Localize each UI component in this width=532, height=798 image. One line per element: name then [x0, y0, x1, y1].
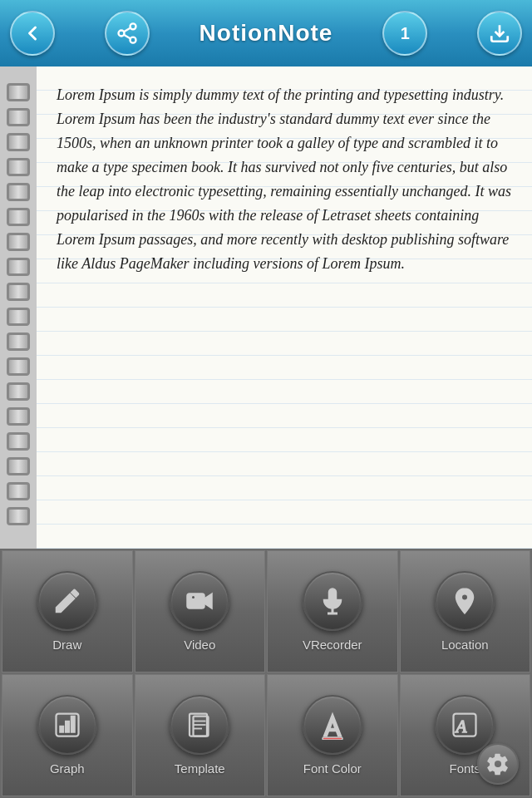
header: NotionNote 1 — [0, 0, 532, 66]
spiral-binding — [0, 66, 37, 549]
spiral-coil — [7, 432, 30, 451]
spiral-coil — [7, 208, 30, 226]
video-label: Video — [184, 638, 215, 652]
badge-button[interactable]: 1 — [382, 11, 427, 56]
svg-rect-6 — [187, 594, 204, 608]
draw-icon — [52, 586, 82, 616]
page-content[interactable]: Lorem Ipsum is simply dummy text of the … — [37, 66, 532, 549]
video-icon — [185, 586, 214, 616]
font-color-icon-circle — [303, 695, 362, 755]
svg-point-8 — [192, 595, 196, 599]
template-label: Template — [175, 761, 225, 776]
spiral-coil — [7, 407, 30, 426]
location-label: Location — [441, 638, 489, 652]
spiral-coil — [7, 183, 30, 201]
settings-icon — [486, 752, 510, 776]
share-button[interactable] — [105, 11, 150, 56]
tool-video[interactable]: Video — [135, 550, 266, 672]
spiral-coil — [7, 258, 30, 276]
fonts-icon: A — [450, 710, 480, 740]
back-button[interactable] — [10, 11, 55, 56]
spiral-coil — [7, 507, 30, 525]
video-icon-circle — [170, 571, 229, 631]
svg-point-1 — [118, 31, 124, 37]
svg-marker-7 — [204, 594, 212, 608]
tool-draw[interactable]: Draw — [2, 550, 133, 672]
spiral-coil — [7, 308, 30, 326]
tool-font-color[interactable]: Font Color — [267, 674, 398, 796]
download-button[interactable] — [477, 11, 522, 56]
location-icon — [450, 586, 480, 616]
font-color-icon — [318, 710, 347, 740]
draw-icon-circle — [37, 571, 97, 631]
svg-text:A: A — [455, 717, 467, 736]
svg-rect-13 — [60, 727, 64, 733]
tool-vrecorder[interactable]: VRecorder — [267, 550, 398, 672]
spiral-coil — [7, 108, 30, 126]
bottom-container: Draw Video VRecorder — [0, 549, 532, 798]
vrecorder-icon — [318, 586, 347, 616]
svg-point-0 — [130, 23, 135, 29]
graph-label: Graph — [50, 761, 85, 776]
spiral-coil — [7, 457, 30, 475]
spiral-coil — [7, 158, 30, 176]
spiral-coil — [7, 332, 30, 351]
draw-label: Draw — [52, 638, 81, 652]
font-color-label: Font Color — [303, 761, 362, 776]
spiral-coil — [7, 283, 30, 301]
spiral-coil — [7, 133, 30, 151]
tool-graph[interactable]: Graph — [2, 674, 133, 796]
settings-button[interactable] — [477, 743, 519, 785]
location-icon-circle — [435, 571, 495, 631]
svg-rect-17 — [194, 717, 209, 736]
spiral-coil — [7, 482, 30, 500]
svg-rect-21 — [323, 737, 342, 740]
template-icon — [185, 710, 214, 740]
notebook: Lorem Ipsum is simply dummy text of the … — [0, 66, 532, 549]
spiral-coil — [7, 83, 30, 101]
svg-rect-15 — [71, 717, 75, 733]
svg-line-4 — [124, 28, 131, 32]
page-text: Lorem Ipsum is simply dummy text of the … — [57, 83, 512, 276]
graph-icon — [52, 710, 82, 740]
spiral-coil — [7, 233, 30, 251]
svg-point-2 — [130, 37, 135, 43]
toolbar: Draw Video VRecorder — [0, 549, 532, 798]
app-title: NotionNote — [200, 20, 333, 47]
svg-rect-14 — [66, 722, 70, 733]
graph-icon-circle — [37, 695, 97, 755]
fonts-label: Fonts — [449, 761, 480, 776]
vrecorder-icon-circle — [303, 571, 362, 631]
spiral-coil — [7, 382, 30, 401]
tool-location[interactable]: Location — [400, 550, 531, 672]
vrecorder-label: VRecorder — [303, 638, 362, 652]
spiral-coil — [7, 357, 30, 376]
tool-template[interactable]: Template — [135, 674, 266, 796]
svg-line-3 — [124, 35, 131, 39]
template-icon-circle — [170, 695, 229, 755]
